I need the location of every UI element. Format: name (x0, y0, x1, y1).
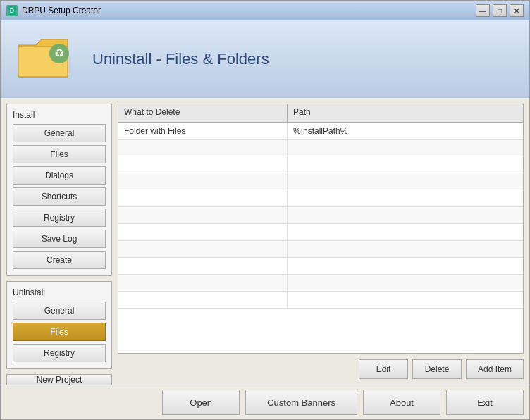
window-controls: — □ ✕ (476, 4, 524, 17)
header-icons: ♻ (15, 31, 78, 87)
sidebar-item-create[interactable]: Create (13, 251, 106, 269)
main-window: D DRPU Setup Creator — □ ✕ ♻ (0, 0, 530, 420)
table-row[interactable] (118, 292, 523, 309)
col-what-to-delete: What to Delete (118, 104, 288, 122)
custom-banners-button[interactable]: Custom Banners (245, 390, 357, 415)
install-label: Install (13, 110, 106, 120)
table-row[interactable] (118, 190, 523, 207)
app-icon: D (6, 5, 18, 16)
close-button[interactable]: ✕ (510, 4, 524, 17)
maximize-button[interactable]: □ (493, 4, 507, 17)
svg-text:♻: ♻ (54, 47, 64, 59)
minimize-button[interactable]: — (476, 4, 490, 17)
table-row[interactable] (118, 241, 523, 258)
sidebar-item-u-files[interactable]: Files (13, 323, 106, 341)
sidebar-item-registry[interactable]: Registry (13, 209, 106, 227)
files-table: What to Delete Path Folder with Files %I… (118, 104, 524, 354)
table-header: What to Delete Path (118, 104, 523, 123)
title-bar: D DRPU Setup Creator — □ ✕ (1, 1, 529, 20)
sidebar-item-files[interactable]: Files (13, 145, 106, 163)
sidebar: Install General Files Dialogs Shortcuts … (6, 104, 112, 379)
table-row[interactable] (118, 275, 523, 292)
table-row[interactable] (118, 173, 523, 190)
sidebar-item-dialogs[interactable]: Dialogs (13, 166, 106, 185)
sidebar-item-shortcuts[interactable]: Shortcuts (13, 187, 106, 206)
table-row[interactable] (118, 258, 523, 275)
delete-button[interactable]: Delete (412, 359, 462, 379)
sidebar-item-save-log[interactable]: Save Log (13, 230, 106, 248)
svg-text:D: D (10, 7, 15, 14)
table-row[interactable] (118, 156, 523, 173)
edit-button[interactable]: Edit (359, 359, 408, 379)
table-row[interactable] (118, 207, 523, 224)
sidebar-item-u-registry[interactable]: Registry (13, 344, 106, 362)
sidebar-item-general[interactable]: General (13, 124, 106, 142)
table-body: Folder with Files %InstallPath% (118, 123, 523, 353)
add-item-button[interactable]: Add Item (466, 359, 524, 379)
cell-path: %InstallPath% (288, 123, 523, 139)
cell-what: Folder with Files (118, 123, 288, 139)
new-project-button[interactable]: New Project (6, 374, 112, 385)
uninstall-label: Uninstall (13, 288, 106, 297)
table-row[interactable]: Folder with Files %InstallPath% (118, 123, 523, 140)
table-row[interactable] (118, 224, 523, 241)
col-path: Path (288, 104, 523, 122)
right-panel: What to Delete Path Folder with Files %I… (118, 104, 524, 379)
header-title: Uninstall - Files & Folders (92, 50, 269, 68)
main-content: Install General Files Dialogs Shortcuts … (1, 98, 529, 385)
window-title: DRPU Setup Creator (22, 6, 476, 16)
header-icon: ♻ (15, 31, 78, 87)
open-button[interactable]: Open (162, 390, 240, 415)
bottom-buttons: Open Custom Banners About Exit (1, 385, 529, 419)
uninstall-section: Uninstall General Files Registry (6, 281, 112, 369)
about-button[interactable]: About (363, 390, 440, 415)
exit-button[interactable]: Exit (446, 390, 524, 415)
install-section: Install General Files Dialogs Shortcuts … (6, 104, 112, 276)
sidebar-item-u-general[interactable]: General (13, 302, 106, 320)
table-row[interactable] (118, 140, 523, 156)
action-buttons: Edit Delete Add Item (118, 359, 524, 379)
header: ♻ Uninstall - Files & Folders (1, 20, 529, 98)
